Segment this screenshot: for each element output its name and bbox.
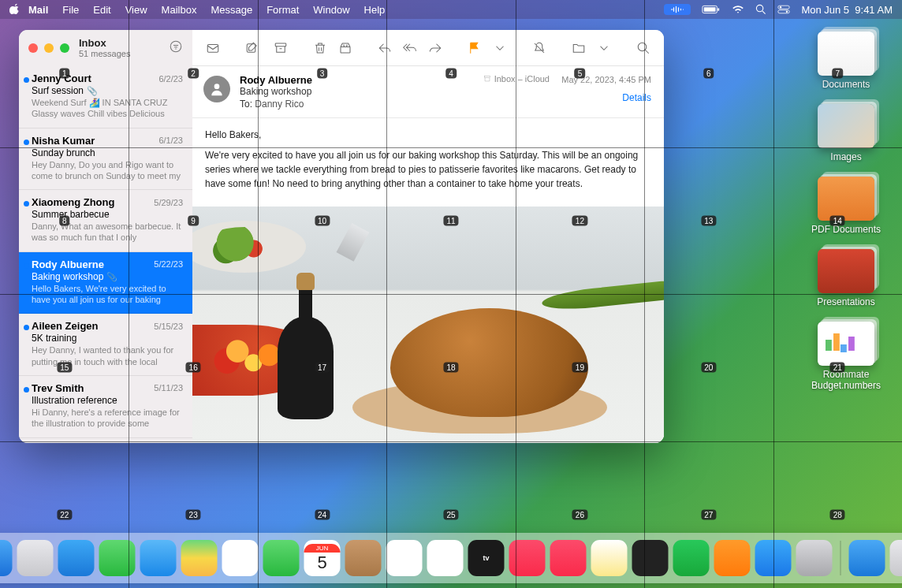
- stack-thumbnail: [818, 249, 874, 293]
- move-button[interactable]: [568, 37, 590, 59]
- forward-button[interactable]: [424, 37, 446, 59]
- dock-app-settings[interactable]: [796, 540, 833, 576]
- desktop-stack[interactable]: Documents: [803, 32, 889, 90]
- dock-app-freeform[interactable]: [427, 540, 464, 576]
- apple-menu-icon[interactable]: [9, 3, 20, 17]
- message-subject: 5K training: [32, 333, 183, 344]
- dock-app-safari[interactable]: [58, 540, 95, 576]
- menu-help[interactable]: Help: [364, 4, 386, 16]
- dock-app-contacts[interactable]: [345, 540, 382, 576]
- message-row[interactable]: Rody Albuerne5/22/23Baking workshop📎Hell…: [19, 252, 192, 314]
- message-sender: Trev Smith: [32, 382, 84, 394]
- email-timestamp: May 22, 2023, 4:45 PM: [561, 75, 651, 84]
- message-date: 6/2/23: [158, 74, 183, 84]
- dock-app-maps[interactable]: [181, 540, 218, 576]
- menu-edit[interactable]: Edit: [93, 4, 110, 16]
- grid-cell-label: 28: [830, 509, 845, 519]
- wifi-icon[interactable]: [732, 5, 744, 14]
- dock-app-appstore[interactable]: [755, 540, 792, 576]
- menu-message[interactable]: Message: [211, 4, 252, 16]
- window-controls: [28, 43, 69, 53]
- message-row[interactable]: Xiaomeng Zhong5/29/23Summer barbecueDann…: [19, 190, 192, 252]
- message-date: 6/1/23: [158, 136, 183, 145]
- flag-menu-button[interactable]: [489, 37, 511, 59]
- desktop-stack[interactable]: Presentations: [803, 249, 889, 307]
- compose-button[interactable]: [241, 37, 263, 59]
- message-date: 5/22/23: [154, 259, 183, 269]
- email-details-link[interactable]: Details: [483, 92, 651, 103]
- menu-mailbox[interactable]: Mailbox: [162, 4, 197, 16]
- zoom-window-button[interactable]: [60, 43, 69, 53]
- svg-point-7: [786, 11, 788, 13]
- dock-app-messages[interactable]: [99, 540, 136, 576]
- reply-all-button[interactable]: [399, 37, 421, 59]
- dock-app-numbers[interactable]: [673, 540, 710, 576]
- message-list[interactable]: Jenny Court6/2/23Surf session📎Weekend Su…: [19, 66, 192, 443]
- desktop-stacks: DocumentsImagesPDF DocumentsPresentation…: [803, 32, 889, 391]
- desktop-stack[interactable]: Images: [803, 104, 889, 162]
- message-row[interactable]: Aileen Zeigen5/15/235K trainingHey Danny…: [19, 314, 192, 376]
- message-row[interactable]: Trev Smith5/11/23Illustration referenceH…: [19, 376, 192, 438]
- dock-separator: [840, 541, 841, 575]
- archive-button[interactable]: [270, 37, 292, 59]
- message-row[interactable]: Nisha Kumar6/1/23Sunday brunchHey Danny,…: [19, 128, 192, 191]
- menu-view[interactable]: View: [125, 4, 147, 16]
- dock-app-notes[interactable]: [591, 540, 628, 576]
- stack-thumbnail: [818, 104, 874, 148]
- sender-avatar[interactable]: [203, 76, 230, 102]
- dock-app-facetime[interactable]: [263, 540, 300, 576]
- delete-button[interactable]: [309, 37, 331, 59]
- menu-format[interactable]: Format: [266, 4, 299, 16]
- stack-label: Presentations: [803, 296, 889, 307]
- dock-app-reminders[interactable]: [386, 540, 423, 576]
- move-menu-button[interactable]: [593, 37, 615, 59]
- close-window-button[interactable]: [28, 43, 38, 53]
- message-row[interactable]: Jenny Court6/2/23Surf session📎Weekend Su…: [19, 66, 192, 128]
- reply-button[interactable]: [374, 37, 396, 59]
- svg-rect-12: [341, 47, 350, 53]
- junk-button[interactable]: [334, 37, 356, 59]
- menu-file[interactable]: File: [62, 4, 79, 16]
- clock[interactable]: Mon Jun 5 9:41 AM: [801, 4, 893, 16]
- dock-app-pages[interactable]: [714, 540, 751, 576]
- email-to-name: Danny Rico: [255, 99, 304, 110]
- grid-cell-label: 26: [572, 509, 587, 519]
- stack-label: PDF Documents: [803, 224, 889, 235]
- dock-app-voice-memos[interactable]: [632, 540, 669, 576]
- stack-thumbnail: [818, 177, 874, 221]
- message-row[interactable]: Fleur Lasseur5/10/23Baseball team fundra…: [19, 438, 192, 443]
- email-attachment-image: [192, 207, 664, 443]
- filter-icon[interactable]: [169, 39, 183, 57]
- cucumber: [541, 280, 664, 312]
- dock-app-news[interactable]: [550, 540, 587, 576]
- menu-window[interactable]: Window: [313, 4, 349, 16]
- desktop-stack[interactable]: Roommate Budget.numbers: [803, 322, 889, 391]
- dock-app-music[interactable]: [509, 540, 546, 576]
- message-subject: Summer barbecue: [32, 209, 183, 220]
- dock-downloads[interactable]: [849, 540, 885, 576]
- minimize-window-button[interactable]: [44, 43, 54, 53]
- dock-app-tv[interactable]: tv: [468, 540, 505, 576]
- mute-button[interactable]: [528, 37, 550, 59]
- flag-button[interactable]: [464, 37, 486, 59]
- menu-app-name[interactable]: Mail: [28, 4, 48, 16]
- svg-point-5: [780, 6, 781, 8]
- dock-app-finder[interactable]: [0, 540, 13, 576]
- message-list-sidebar: Inbox 51 messages Jenny Court6/2/23Surf …: [19, 30, 192, 443]
- control-center-icon[interactable]: [777, 5, 790, 14]
- get-mail-button[interactable]: [202, 37, 224, 59]
- desktop-stack[interactable]: PDF Documents: [803, 177, 889, 235]
- email-mailbox: Inbox – iCloud: [483, 74, 550, 84]
- dock-trash[interactable]: [890, 540, 903, 576]
- dock-app-launchpad[interactable]: [17, 540, 54, 576]
- search-button[interactable]: [632, 37, 654, 59]
- message-subject: Illustration reference: [32, 395, 183, 406]
- dock-app-mail[interactable]: [140, 540, 177, 576]
- dock-app-calendar[interactable]: JUN5: [304, 540, 341, 576]
- grid-cell-label: 25: [443, 509, 458, 519]
- battery-icon[interactable]: [702, 5, 721, 14]
- dock-app-photos[interactable]: [222, 540, 259, 576]
- voice-control-icon[interactable]: [664, 4, 691, 15]
- spotlight-icon[interactable]: [755, 4, 766, 15]
- message-date: 5/15/23: [154, 322, 183, 331]
